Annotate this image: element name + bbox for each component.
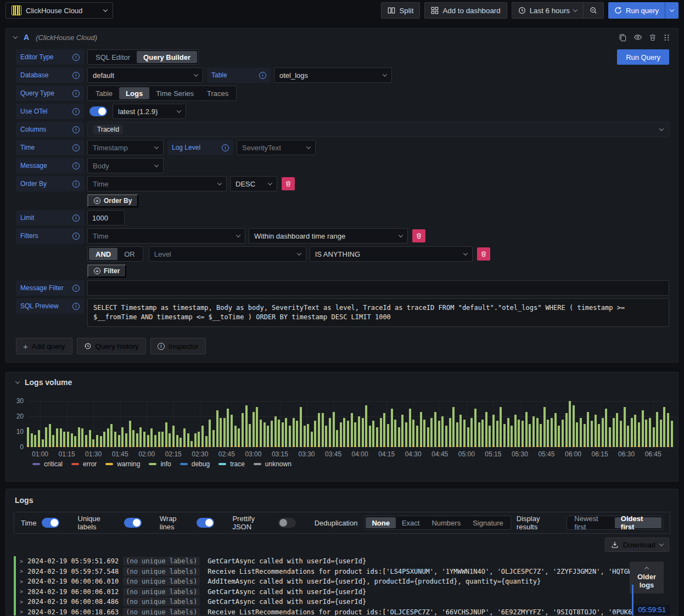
info-icon xyxy=(72,72,80,79)
remove-filter2-button[interactable] xyxy=(477,247,490,261)
unique-labels-toggle[interactable] xyxy=(124,518,142,528)
use-otel-toggle[interactable] xyxy=(89,106,107,116)
volume-bar xyxy=(296,401,298,447)
database-select[interactable]: default xyxy=(87,67,203,83)
unique-labels-toggle-label: Unique labels xyxy=(78,515,119,531)
volume-bar xyxy=(573,401,575,447)
legend-item[interactable]: info xyxy=(149,460,171,468)
top-toolbar: ClickHouse Cloud Split Add to dashboard … xyxy=(0,0,684,21)
volume-bar xyxy=(81,401,83,447)
display-oldest-first[interactable]: Oldest first xyxy=(615,517,661,528)
chart-bars xyxy=(27,401,674,447)
query-type-logs[interactable]: Logs xyxy=(119,87,149,99)
delete-query-icon[interactable] xyxy=(649,33,657,41)
add-order-by-button[interactable]: Order By xyxy=(87,194,138,207)
datasource-picker[interactable]: ClickHouse Cloud xyxy=(5,2,113,19)
split-button[interactable]: Split xyxy=(381,2,420,19)
live-tail-time: 05:59:51 xyxy=(633,604,670,615)
wrap-lines-toggle[interactable] xyxy=(197,518,214,528)
duplicate-query-icon[interactable] xyxy=(619,33,627,42)
editor-type-sql-editor[interactable]: SQL Editor xyxy=(89,51,137,63)
remove-filter-button[interactable] xyxy=(412,229,425,242)
filter-operator-select[interactable]: Within dashboard time range xyxy=(249,228,408,244)
download-button[interactable]: Download xyxy=(605,538,669,552)
volume-bar xyxy=(383,401,385,447)
table-select[interactable]: otel_logs xyxy=(274,67,392,83)
info-icon xyxy=(72,144,80,151)
legend-swatch xyxy=(180,463,188,465)
log-labels-badge: (no unique labels) xyxy=(123,608,200,616)
display-results-switcher: Newest first Oldest first xyxy=(567,516,663,530)
time-toggle[interactable] xyxy=(42,518,59,528)
plus-circle-icon xyxy=(94,197,100,204)
legend-item[interactable]: error xyxy=(71,460,97,468)
volume-bar xyxy=(576,401,578,447)
log-row[interactable]: 2024-02-19 06:00:18.663(no unique labels… xyxy=(14,607,675,616)
add-filter-button[interactable]: Filter xyxy=(87,264,126,278)
filter-join-or[interactable]: OR xyxy=(117,248,142,260)
message-column-select[interactable]: Body xyxy=(87,158,164,173)
volume-bar xyxy=(387,401,389,447)
filter2-field-select[interactable]: Level xyxy=(149,246,306,262)
log-row[interactable]: 2024-02-19 06:00:08.486(no unique labels… xyxy=(14,597,675,607)
volume-bar xyxy=(653,401,655,447)
dedup-exact[interactable]: Exact xyxy=(396,517,426,528)
volume-bar xyxy=(613,401,615,447)
x-tick-label: 03:15 xyxy=(272,450,288,458)
dedup-numbers[interactable]: Numbers xyxy=(425,517,467,528)
editor-type-query-builder[interactable]: Query Builder xyxy=(137,51,197,63)
x-tick-label: 04:45 xyxy=(431,450,448,458)
log-row[interactable]: 2024-02-19 05:59:51.692(no unique labels… xyxy=(14,556,675,567)
run-query-split-button[interactable]: Run query xyxy=(608,2,679,19)
dedup-none[interactable]: None xyxy=(366,517,396,528)
query-datasource-hint: (ClickHouse Cloud) xyxy=(36,33,97,42)
query-type-table[interactable]: Table xyxy=(89,87,119,99)
add-query-button[interactable]: +Add query xyxy=(16,338,72,354)
dedup-signature[interactable]: Signature xyxy=(467,517,509,528)
prettify-json-toggle[interactable] xyxy=(278,518,296,528)
clickhouse-logo-icon xyxy=(12,5,21,15)
legend-item[interactable]: trace xyxy=(218,460,245,468)
filter-join-and[interactable]: AND xyxy=(89,248,117,260)
run-query-options-caret[interactable] xyxy=(665,2,679,19)
columns-multiselect[interactable]: TraceId xyxy=(87,122,669,137)
drag-handle-icon[interactable] xyxy=(663,34,670,41)
volume-bar xyxy=(595,401,597,447)
zoom-out-time-button[interactable] xyxy=(583,2,604,19)
volume-bar xyxy=(372,401,374,447)
order-by-direction-select[interactable]: DESC xyxy=(230,176,277,191)
query-history-button[interactable]: Query history xyxy=(77,338,146,354)
collapse-chevron-icon[interactable] xyxy=(13,34,18,38)
collapse-chevron-icon[interactable] xyxy=(15,379,20,383)
limit-input[interactable] xyxy=(87,210,125,225)
filter-field-select[interactable]: Time xyxy=(87,228,245,244)
inspector-button[interactable]: Inspector xyxy=(150,338,206,354)
add-to-dashboard-button[interactable]: Add to dashboard xyxy=(424,2,507,19)
query-type-time-series[interactable]: Time Series xyxy=(149,87,200,99)
log-row[interactable]: 2024-02-19 06:00:06.010(no unique labels… xyxy=(14,577,675,587)
hide-query-eye-icon[interactable] xyxy=(633,33,642,42)
legend-label: warning xyxy=(117,460,140,468)
volume-bar xyxy=(507,401,509,447)
query-type-switcher: Table Logs Time Series Traces xyxy=(87,86,237,101)
column-chip[interactable]: TraceId xyxy=(93,125,123,134)
filter2-operator-select[interactable]: IS ANYTHING xyxy=(310,246,473,262)
time-column-select[interactable]: Timestamp xyxy=(87,140,164,155)
volume-bar xyxy=(118,401,120,447)
legend-item[interactable]: warning xyxy=(105,460,140,468)
log-level-select[interactable]: SeverityText xyxy=(237,140,316,155)
query-type-traces[interactable]: Traces xyxy=(200,87,235,99)
display-newest-first[interactable]: Newest first xyxy=(568,517,615,528)
remove-order-by-button[interactable] xyxy=(282,177,295,190)
run-query-inner-button[interactable]: Run Query xyxy=(617,49,669,65)
legend-item[interactable]: debug xyxy=(180,460,210,468)
otel-version-select[interactable]: latest (1.2.9) xyxy=(113,104,186,119)
log-row[interactable]: 2024-02-19 05:59:57.548(no unique labels… xyxy=(14,567,675,577)
log-row[interactable]: 2024-02-19 06:00:06.012(no unique labels… xyxy=(14,587,675,597)
legend-item[interactable]: critical xyxy=(32,460,63,468)
legend-item[interactable]: unknown xyxy=(254,460,291,468)
time-range-picker[interactable]: Last 6 hours xyxy=(512,2,583,19)
message-filter-input[interactable] xyxy=(87,280,669,296)
order-by-field-select[interactable]: Time xyxy=(87,176,227,191)
volume-bar xyxy=(543,401,546,447)
